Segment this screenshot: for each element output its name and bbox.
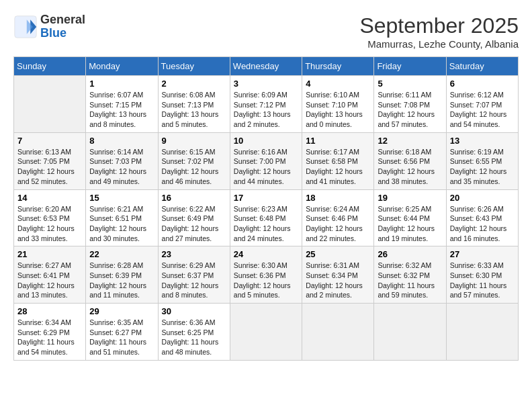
day-number: 29: [89, 306, 154, 316]
calendar-cell: 6Sunrise: 6:12 AMSunset: 7:07 PMDaylight…: [446, 76, 518, 133]
week-row-1: 1Sunrise: 6:07 AMSunset: 7:15 PMDaylight…: [14, 76, 519, 133]
page-header: General Blue September 2025 Mamurras, Le…: [13, 13, 519, 50]
calendar-cell: 15Sunrise: 6:21 AMSunset: 6:51 PMDayligh…: [86, 189, 158, 246]
calendar-cell: [446, 304, 518, 361]
day-number: 26: [378, 249, 442, 259]
calendar-cell: 10Sunrise: 6:16 AMSunset: 7:00 PMDayligh…: [230, 132, 302, 189]
day-info: Sunrise: 6:31 AMSunset: 6:34 PMDaylight:…: [306, 261, 370, 300]
day-number: 7: [17, 136, 82, 146]
calendar-cell: 18Sunrise: 6:24 AMSunset: 6:46 PMDayligh…: [302, 189, 374, 246]
calendar-cell: 11Sunrise: 6:17 AMSunset: 6:58 PMDayligh…: [302, 132, 374, 189]
calendar-cell: [230, 304, 302, 361]
day-info: Sunrise: 6:09 AMSunset: 7:12 PMDaylight:…: [234, 90, 298, 130]
day-number: 3: [234, 79, 298, 89]
title-block: September 2025 Mamurras, Lezhe County, A…: [359, 13, 519, 50]
day-info: Sunrise: 6:17 AMSunset: 6:58 PMDaylight:…: [306, 147, 370, 187]
day-info: Sunrise: 6:18 AMSunset: 6:56 PMDaylight:…: [378, 147, 442, 187]
day-number: 19: [378, 193, 442, 203]
calendar-cell: 26Sunrise: 6:32 AMSunset: 6:32 PMDayligh…: [374, 246, 446, 304]
week-row-2: 7Sunrise: 6:13 AMSunset: 7:05 PMDaylight…: [14, 132, 519, 189]
day-number: 18: [306, 193, 370, 203]
day-info: Sunrise: 6:12 AMSunset: 7:07 PMDaylight:…: [450, 90, 515, 130]
day-number: 24: [234, 249, 298, 259]
calendar-cell: 21Sunrise: 6:27 AMSunset: 6:41 PMDayligh…: [14, 246, 86, 304]
calendar-cell: 2Sunrise: 6:08 AMSunset: 7:13 PMDaylight…: [158, 76, 230, 133]
day-number: 22: [89, 249, 154, 259]
weekday-header-wednesday: Wednesday: [230, 57, 302, 76]
location-subtitle: Mamurras, Lezhe County, Albania: [359, 38, 519, 50]
day-info: Sunrise: 6:27 AMSunset: 6:41 PMDaylight:…: [17, 261, 82, 300]
day-number: 28: [17, 306, 82, 316]
calendar-cell: 17Sunrise: 6:23 AMSunset: 6:48 PMDayligh…: [230, 189, 302, 246]
weekday-header-thursday: Thursday: [302, 57, 374, 76]
day-info: Sunrise: 6:36 AMSunset: 6:25 PMDaylight:…: [162, 318, 226, 357]
calendar-cell: 13Sunrise: 6:19 AMSunset: 6:55 PMDayligh…: [446, 132, 518, 189]
calendar-cell: 20Sunrise: 6:26 AMSunset: 6:43 PMDayligh…: [446, 189, 518, 246]
day-number: 10: [234, 136, 298, 146]
week-row-3: 14Sunrise: 6:20 AMSunset: 6:53 PMDayligh…: [14, 189, 519, 246]
day-number: 13: [450, 136, 515, 146]
weekday-header-tuesday: Tuesday: [158, 57, 230, 76]
day-number: 6: [450, 79, 515, 89]
day-number: 4: [306, 79, 370, 89]
weekday-header-row: SundayMondayTuesdayWednesdayThursdayFrid…: [14, 57, 519, 76]
day-number: 16: [162, 193, 226, 203]
day-info: Sunrise: 6:07 AMSunset: 7:15 PMDaylight:…: [89, 90, 154, 130]
day-info: Sunrise: 6:16 AMSunset: 7:00 PMDaylight:…: [234, 147, 298, 187]
calendar-cell: 16Sunrise: 6:22 AMSunset: 6:49 PMDayligh…: [158, 189, 230, 246]
day-number: 8: [89, 136, 154, 146]
day-number: 11: [306, 136, 370, 146]
day-info: Sunrise: 6:10 AMSunset: 7:10 PMDaylight:…: [306, 90, 370, 130]
calendar-cell: 23Sunrise: 6:29 AMSunset: 6:37 PMDayligh…: [158, 246, 230, 304]
day-info: Sunrise: 6:08 AMSunset: 7:13 PMDaylight:…: [162, 90, 226, 130]
day-info: Sunrise: 6:21 AMSunset: 6:51 PMDaylight:…: [89, 204, 154, 244]
calendar-cell: 5Sunrise: 6:11 AMSunset: 7:08 PMDaylight…: [374, 76, 446, 133]
day-number: 27: [450, 249, 515, 259]
day-info: Sunrise: 6:11 AMSunset: 7:08 PMDaylight:…: [378, 90, 442, 130]
calendar-cell: [14, 76, 86, 133]
day-info: Sunrise: 6:23 AMSunset: 6:48 PMDaylight:…: [234, 204, 298, 244]
day-info: Sunrise: 6:14 AMSunset: 7:03 PMDaylight:…: [89, 147, 154, 187]
day-info: Sunrise: 6:20 AMSunset: 6:53 PMDaylight:…: [17, 204, 82, 244]
day-info: Sunrise: 6:15 AMSunset: 7:02 PMDaylight:…: [162, 147, 226, 187]
calendar-cell: 3Sunrise: 6:09 AMSunset: 7:12 PMDaylight…: [230, 76, 302, 133]
day-number: 23: [162, 249, 226, 259]
day-info: Sunrise: 6:24 AMSunset: 6:46 PMDaylight:…: [306, 204, 370, 244]
calendar-cell: 24Sunrise: 6:30 AMSunset: 6:36 PMDayligh…: [230, 246, 302, 304]
weekday-header-friday: Friday: [374, 57, 446, 76]
day-number: 9: [162, 136, 226, 146]
calendar-cell: 8Sunrise: 6:14 AMSunset: 7:03 PMDaylight…: [86, 132, 158, 189]
day-number: 21: [17, 249, 82, 259]
weekday-header-sunday: Sunday: [14, 57, 86, 76]
calendar-cell: 14Sunrise: 6:20 AMSunset: 6:53 PMDayligh…: [14, 189, 86, 246]
day-number: 25: [306, 249, 370, 259]
day-number: 15: [89, 193, 154, 203]
day-info: Sunrise: 6:22 AMSunset: 6:49 PMDaylight:…: [162, 204, 226, 244]
day-number: 12: [378, 136, 442, 146]
calendar-cell: 7Sunrise: 6:13 AMSunset: 7:05 PMDaylight…: [14, 132, 86, 189]
day-info: Sunrise: 6:26 AMSunset: 6:43 PMDaylight:…: [450, 204, 515, 244]
logo-icon: [13, 15, 38, 39]
day-info: Sunrise: 6:30 AMSunset: 6:36 PMDaylight:…: [234, 261, 298, 300]
calendar-cell: 12Sunrise: 6:18 AMSunset: 6:56 PMDayligh…: [374, 132, 446, 189]
calendar-cell: 1Sunrise: 6:07 AMSunset: 7:15 PMDaylight…: [86, 76, 158, 133]
calendar-cell: 30Sunrise: 6:36 AMSunset: 6:25 PMDayligh…: [158, 304, 230, 361]
logo-general: General: [40, 13, 85, 27]
day-number: 30: [162, 306, 226, 316]
calendar-cell: 25Sunrise: 6:31 AMSunset: 6:34 PMDayligh…: [302, 246, 374, 304]
calendar-cell: 29Sunrise: 6:35 AMSunset: 6:27 PMDayligh…: [86, 304, 158, 361]
day-info: Sunrise: 6:19 AMSunset: 6:55 PMDaylight:…: [450, 147, 515, 187]
calendar-cell: 4Sunrise: 6:10 AMSunset: 7:10 PMDaylight…: [302, 76, 374, 133]
weekday-header-monday: Monday: [86, 57, 158, 76]
calendar-cell: 27Sunrise: 6:33 AMSunset: 6:30 PMDayligh…: [446, 246, 518, 304]
day-info: Sunrise: 6:33 AMSunset: 6:30 PMDaylight:…: [450, 261, 515, 300]
calendar-table: SundayMondayTuesdayWednesdayThursdayFrid…: [13, 56, 519, 361]
day-info: Sunrise: 6:35 AMSunset: 6:27 PMDaylight:…: [89, 318, 154, 357]
day-number: 2: [162, 79, 226, 89]
logo: General Blue: [13, 13, 85, 40]
day-info: Sunrise: 6:29 AMSunset: 6:37 PMDaylight:…: [162, 261, 226, 300]
week-row-5: 28Sunrise: 6:34 AMSunset: 6:29 PMDayligh…: [14, 304, 519, 361]
calendar-cell: 19Sunrise: 6:25 AMSunset: 6:44 PMDayligh…: [374, 189, 446, 246]
calendar-cell: [302, 304, 374, 361]
day-info: Sunrise: 6:34 AMSunset: 6:29 PMDaylight:…: [17, 318, 82, 357]
